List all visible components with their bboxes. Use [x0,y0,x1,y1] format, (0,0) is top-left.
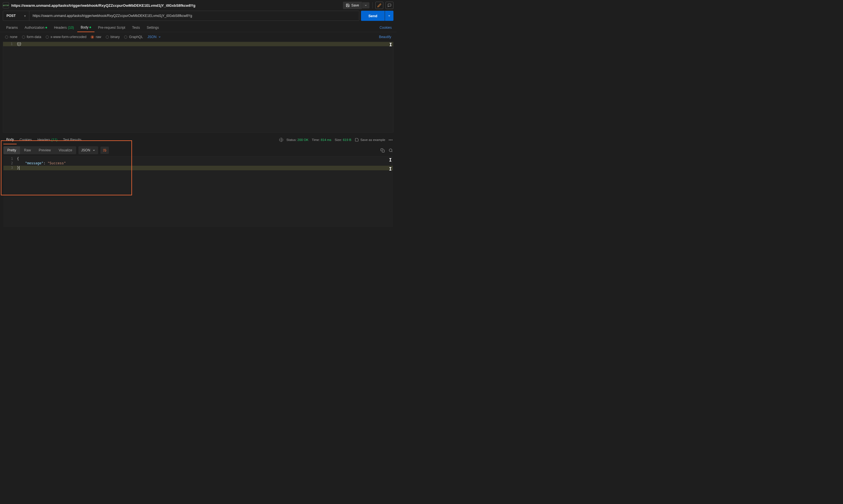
tab-settings[interactable]: Settings [143,23,162,32]
code-line: { [17,157,19,161]
tab-authorization-label: Authorization [24,26,44,30]
save-dropdown[interactable] [362,2,369,8]
svg-point-3 [389,148,392,151]
radio-icon [124,36,127,39]
view-preview-button[interactable]: Preview [35,146,55,154]
view-visualize-button[interactable]: Visualize [55,146,76,154]
time-readout: Time: 814 ms [312,138,331,142]
radio-icon [91,36,94,39]
wrap-icon [103,148,107,152]
globe-icon[interactable] [279,138,283,142]
resp-tab-body[interactable]: Body [3,135,17,144]
status-dot-icon [89,26,91,28]
send-dropdown[interactable] [385,11,393,21]
code-line: "message": "Success" [17,161,66,166]
radio-icon [106,36,109,39]
radio-form-data[interactable]: form-data [22,35,41,39]
radio-raw[interactable]: raw [91,35,101,39]
request-body-editor[interactable]: 1 {} I [3,42,393,132]
copy-response-button[interactable] [381,148,385,152]
headers-count-badge: (10) [68,26,74,30]
word-wrap-button[interactable] [100,147,109,154]
search-icon [389,148,393,152]
resp-headers-count-badge: (11) [51,138,57,142]
edit-button[interactable] [375,2,383,9]
radio-none[interactable]: none [5,35,17,39]
size-readout: Size: 619 B [335,138,351,142]
tab-tests[interactable]: Tests [128,23,143,32]
svg-line-4 [391,151,392,152]
method-select[interactable]: POST ▾ [3,11,29,21]
save-as-example-button[interactable]: Save as example [355,138,385,142]
response-body-editor[interactable]: 1 { 2 "message": "Success" 3 } I I [3,157,393,227]
comment-icon [387,3,391,7]
save-icon [346,3,350,7]
radio-icon [22,36,25,39]
svg-rect-2 [382,150,384,152]
search-response-button[interactable] [389,148,393,152]
save-button[interactable]: Save [343,2,362,9]
view-raw-button[interactable]: Raw [20,146,35,154]
more-options-button[interactable]: ••• [389,138,393,142]
code-line: } [17,166,20,170]
cookies-link[interactable]: Cookies [380,26,393,30]
status-dot-icon [46,27,47,29]
save-icon [355,138,359,142]
http-method-icon: HTTP [3,2,9,8]
body-format-value: JSON [147,35,157,39]
response-format-value: JSON [81,148,90,152]
tab-headers[interactable]: Headers (10) [51,23,77,32]
radio-urlencoded[interactable]: x-www-form-urlencoded [46,35,86,39]
line-number: 3 [3,166,17,170]
radio-icon [5,36,8,39]
text-cursor-icon: I [389,166,392,172]
chevron-down-icon [158,36,161,38]
save-label: Save [351,3,359,7]
radio-icon [46,36,49,39]
tab-prerequest[interactable]: Pre-request Script [94,23,128,32]
line-number: 1 [3,157,17,161]
comment-button[interactable] [386,2,393,9]
copy-icon [381,148,385,152]
pencil-icon [377,3,381,7]
chevron-down-icon [92,149,95,152]
method-value: POST [6,14,16,18]
status-readout: Status: 200 OK [286,138,309,142]
beautify-button[interactable]: Beautify [379,35,391,39]
tab-params[interactable]: Params [3,23,21,32]
resp-tab-cookies[interactable]: Cookies [17,136,34,144]
tab-headers-label: Headers [54,26,67,30]
response-format-select[interactable]: JSON [78,146,98,154]
text-cursor-icon: I [389,157,392,163]
chevron-down-icon [388,14,391,17]
line-number: 1 [3,42,17,46]
resp-tab-headers[interactable]: Headers (11) [35,136,60,144]
text-cursor-icon: I [389,42,392,47]
chevron-down-icon [364,4,367,7]
view-pretty-button[interactable]: Pretty [3,146,20,154]
code-line: {} [17,42,21,46]
radio-graphql[interactable]: GraphQL [124,35,143,39]
tab-authorization[interactable]: Authorization [21,23,51,32]
tab-body-label: Body [81,25,88,29]
body-format-select[interactable]: JSON [147,35,161,39]
resp-tab-testresults[interactable]: Test Results [60,136,84,144]
request-title: https://swarm.unmand.app/tasks/trigger/w… [11,3,195,7]
chevron-down-icon: ▾ [24,14,26,17]
line-number: 2 [3,161,17,166]
send-button[interactable]: Send [361,11,385,21]
resp-tab-headers-label: Headers [37,138,50,142]
url-input[interactable] [29,11,359,21]
tab-body[interactable]: Body [77,23,94,32]
radio-binary[interactable]: binary [106,35,120,39]
